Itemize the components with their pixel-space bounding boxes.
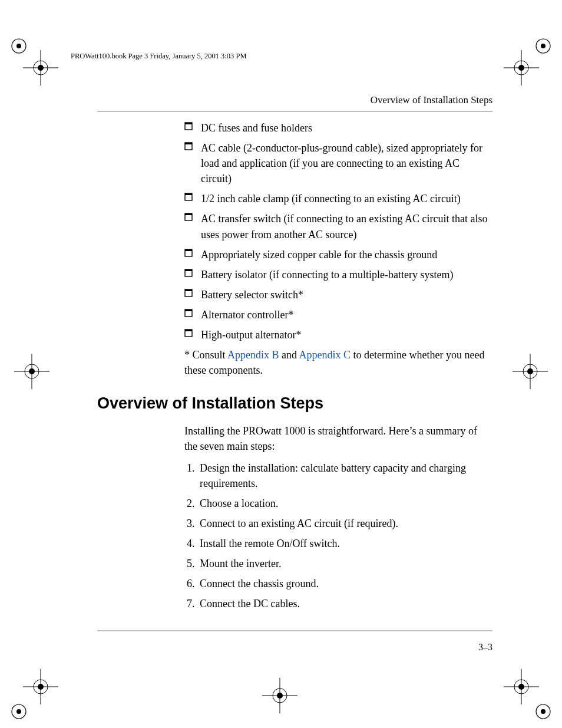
svg-point-34: [523, 364, 537, 378]
svg-point-6: [536, 39, 550, 53]
content-area: Overview of Installation Steps DC fuses …: [97, 94, 492, 633]
svg-rect-39: [185, 143, 192, 144]
svg-rect-45: [185, 249, 192, 251]
svg-point-21: [518, 684, 524, 690]
checklist-text: Battery selector switch*: [201, 289, 303, 301]
footnote-text: and: [279, 349, 299, 361]
page: PROWatt100.book Page 3 Friday, January 5…: [0, 0, 562, 728]
svg-point-20: [514, 680, 528, 694]
svg-point-10: [514, 61, 528, 75]
registration-mark-icon: [483, 669, 554, 722]
svg-point-23: [541, 709, 546, 714]
checklist-item: 1/2 inch cable clamp (if connecting to a…: [184, 191, 492, 206]
svg-point-15: [38, 684, 44, 690]
checkbox-icon: [184, 269, 193, 277]
checklist-item: Appropriately sized copper cable for the…: [184, 247, 492, 262]
bottom-rule: [97, 630, 492, 631]
checklist-text: Battery isolator (if connecting to a mul…: [201, 269, 453, 281]
body-column: Installing the PROwatt 1000 is straightf…: [184, 423, 492, 611]
link-appendix-b[interactable]: Appendix B: [227, 349, 279, 361]
svg-rect-41: [185, 193, 192, 195]
checkbox-icon: [184, 289, 193, 297]
svg-rect-51: [185, 309, 192, 311]
checklist-text: 1/2 inch cable clamp (if connecting to a…: [201, 193, 461, 205]
svg-point-27: [277, 693, 283, 699]
svg-rect-47: [185, 269, 192, 271]
checkbox-icon: [184, 309, 193, 317]
checkbox-icon: [184, 213, 193, 221]
checkbox-icon: [184, 329, 193, 337]
checklist-item: Alternator controller*: [184, 307, 492, 322]
step-item: Install the remote On/Off switch.: [197, 536, 492, 551]
svg-point-7: [541, 44, 546, 48]
svg-rect-37: [185, 123, 192, 124]
section-heading: Overview of Installation Steps: [97, 394, 492, 413]
checklist-text: Alternator controller*: [201, 309, 293, 321]
checkbox-icon: [184, 122, 193, 130]
step-item: Mount the inverter.: [197, 556, 492, 571]
svg-rect-43: [185, 213, 192, 215]
checklist-text: AC transfer switch (if connecting to an …: [201, 213, 487, 240]
running-head: Overview of Installation Steps: [97, 94, 492, 106]
checklist-item: DC fuses and fuse holders: [184, 120, 492, 136]
registration-mark-icon: [8, 35, 79, 88]
checklist-text: DC fuses and fuse holders: [201, 122, 312, 134]
body-column: DC fuses and fuse holders AC cable (2-co…: [184, 120, 492, 378]
steps-list: Design the installation: calculate batte…: [184, 460, 492, 612]
checklist-item: AC cable (2-conductor-plus-ground cable)…: [184, 140, 492, 186]
checklist-item: AC transfer switch (if connecting to an …: [184, 211, 492, 242]
registration-mark-icon: [8, 348, 61, 395]
step-item: Choose a location.: [197, 496, 492, 511]
svg-point-1: [16, 44, 21, 48]
svg-point-0: [12, 39, 26, 53]
step-item: Connect the chassis ground.: [197, 576, 492, 591]
checkbox-icon: [184, 193, 193, 201]
svg-point-4: [34, 61, 48, 75]
registration-mark-icon: [483, 35, 554, 88]
checklist-text: AC cable (2-conductor-plus-ground cable)…: [201, 142, 482, 185]
registration-mark-icon: [253, 675, 306, 722]
registration-mark-icon: [501, 348, 554, 395]
footnote-text: * Consult: [184, 349, 227, 361]
svg-point-16: [12, 704, 26, 719]
intro-paragraph: Installing the PROwatt 1000 is straightf…: [184, 423, 492, 454]
checklist-text: Appropriately sized copper cable for the…: [201, 249, 437, 261]
svg-point-35: [527, 368, 533, 374]
svg-point-5: [38, 65, 44, 71]
svg-rect-49: [185, 289, 192, 291]
page-number: 3–3: [478, 642, 492, 653]
svg-point-26: [273, 689, 287, 703]
svg-point-17: [16, 709, 21, 714]
checklist-item: Battery selector switch*: [184, 287, 492, 302]
checklist-text: High-output alternator*: [201, 329, 301, 341]
checklist-item: High-output alternator*: [184, 327, 492, 342]
svg-point-31: [29, 368, 35, 374]
svg-point-11: [518, 65, 524, 71]
registration-mark-icon: [8, 669, 79, 722]
book-header-line: PROWatt100.book Page 3 Friday, January 5…: [71, 52, 247, 61]
step-item: Connect the DC cables.: [197, 596, 492, 611]
checkbox-icon: [184, 249, 193, 257]
link-appendix-c[interactable]: Appendix C: [299, 349, 351, 361]
svg-point-22: [536, 704, 550, 719]
top-rule: [97, 111, 492, 112]
checkbox-icon: [184, 142, 193, 150]
svg-point-30: [25, 364, 39, 378]
step-item: Connect to an existing AC circuit (if re…: [197, 516, 492, 531]
checklist: DC fuses and fuse holders AC cable (2-co…: [184, 120, 492, 342]
step-item: Design the installation: calculate batte…: [197, 460, 492, 491]
svg-point-14: [34, 680, 48, 694]
footnote: * Consult Appendix B and Appendix C to d…: [184, 347, 492, 378]
svg-rect-53: [185, 330, 192, 331]
checklist-item: Battery isolator (if connecting to a mul…: [184, 267, 492, 282]
